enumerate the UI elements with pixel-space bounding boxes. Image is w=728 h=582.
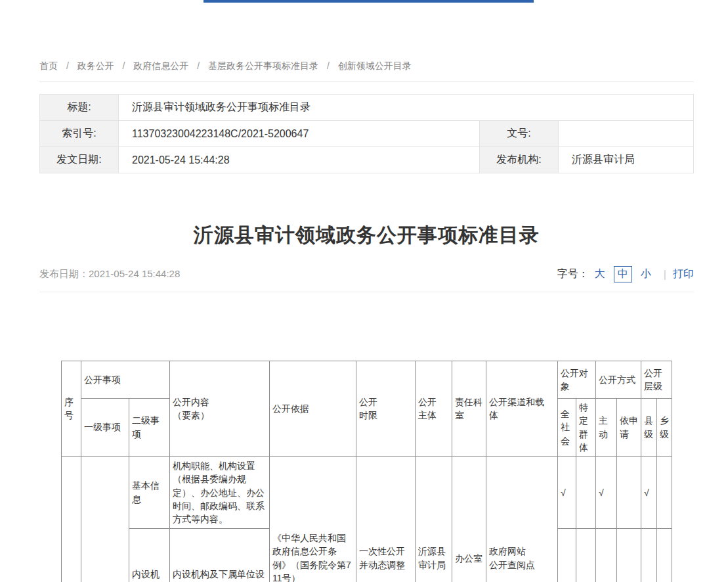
- cell-check-township: [657, 457, 672, 529]
- header-all-society: 全社会: [558, 399, 576, 457]
- header-serial-number: 序 号: [62, 361, 81, 457]
- breadcrumb-separator: /: [123, 60, 125, 71]
- publish-date-value: 2021-05-24 15:44:28: [89, 268, 180, 279]
- meta-agency-value: 沂源县审计局: [559, 147, 694, 173]
- breadcrumb-item-home[interactable]: 首页: [39, 60, 58, 71]
- cell-responsible-office: 办公室: [452, 457, 486, 582]
- header-open-content: 公开内容 （要素）: [170, 361, 270, 457]
- header-open-level: 公开 层级: [641, 361, 672, 399]
- article-controls: 字号： 大 中 小 | 打印: [557, 266, 694, 282]
- font-size-small-button[interactable]: 小: [637, 267, 654, 282]
- font-size-large-button[interactable]: 大: [591, 267, 609, 282]
- breadcrumb-separator: /: [197, 60, 200, 71]
- publish-date-label: 发布日期：: [39, 268, 89, 279]
- document-meta-table: 标题: 沂源县审计领域政务公开事项标准目录 索引号: 1137032300422…: [39, 94, 694, 173]
- breadcrumb-separator: /: [66, 60, 69, 71]
- header-township-level: 乡级: [657, 399, 672, 457]
- cell-level1-item: [81, 457, 129, 582]
- meta-index-value: 11370323004223148C/2021-5200647: [119, 121, 480, 147]
- cell-check-on-request: [617, 529, 641, 582]
- font-size-medium-button[interactable]: 中: [614, 266, 632, 282]
- header-open-deadline: 公开 时限: [356, 361, 416, 457]
- cell-open-basis: 《中华人民共和国政府信息公开条例》（国务院令第711号）: [270, 457, 356, 582]
- breadcrumb: 首页 / 政务公开 / 政府信息公开 / 基层政务公开事项标准目录 / 创新领域…: [39, 60, 694, 82]
- cell-check-township: [657, 529, 672, 582]
- article-info-row: 发布日期：2021-05-24 15:44:28 字号： 大 中 小 | 打印: [39, 266, 694, 292]
- cell-check-specific-group: [576, 529, 596, 582]
- meta-docnum-value: [559, 121, 694, 147]
- cell-check-all-society: √: [558, 529, 576, 582]
- top-nav-bar-fragment: [203, 0, 534, 3]
- cell-open-deadline: 一次性公开并动态调整: [356, 457, 416, 582]
- cell-open-subject: 沂源县审计局: [416, 457, 452, 582]
- page-title: 沂源县审计领域政务公开事项标准目录: [39, 222, 694, 249]
- breadcrumb-item-gov-info-disclosure[interactable]: 政府信息公开: [133, 60, 188, 71]
- cell-serial-number: [62, 457, 81, 582]
- cell-check-proactive: √: [596, 529, 617, 582]
- cell-check-county: √: [641, 457, 657, 529]
- breadcrumb-item-standard-directory[interactable]: 基层政务公开事项标准目录: [208, 60, 318, 71]
- header-proactive: 主动: [596, 399, 617, 457]
- cell-level2-item: 基本信息: [129, 457, 170, 529]
- header-open-basis: 公开依据: [270, 361, 356, 457]
- cell-check-proactive: √: [596, 457, 617, 529]
- publish-date: 发布日期：2021-05-24 15:44:28: [39, 268, 180, 280]
- header-level1-item: 一级事项: [81, 399, 129, 457]
- cell-check-specific-group: [576, 457, 596, 529]
- page-container: 首页 / 政务公开 / 政府信息公开 / 基层政务公开事项标准目录 / 创新领域…: [39, 0, 694, 582]
- controls-divider: |: [664, 269, 666, 280]
- meta-date-label: 发文日期:: [40, 147, 119, 173]
- cell-check-all-society: √: [558, 457, 576, 529]
- header-county-level: 县级: [641, 399, 657, 457]
- standard-directory-table: 序 号 公开事项 公开内容 （要素） 公开依据 公开 时限 公开 主体 责任科 …: [61, 361, 672, 582]
- meta-index-label: 索引号:: [40, 121, 119, 147]
- header-open-subject: 公开 主体: [416, 361, 452, 457]
- header-open-method: 公开方式: [596, 361, 641, 399]
- font-size-label: 字号：: [557, 267, 589, 281]
- breadcrumb-separator: /: [327, 60, 330, 71]
- header-level2-item: 二级事 项: [129, 399, 170, 457]
- breadcrumb-item-open-government[interactable]: 政务公开: [77, 60, 114, 71]
- cell-open-content: 机构职能、机构设置（根据县委编办规定）、办公地址、办公时间、邮政编码、联系方式等…: [170, 457, 270, 529]
- header-open-item: 公开事项: [81, 361, 170, 399]
- header-channel-carrier: 公开渠道和载 体: [486, 361, 558, 457]
- meta-title-label: 标题:: [40, 95, 119, 121]
- header-on-request: 依申请: [617, 399, 641, 457]
- cell-level2-item: 内设机构及下属事业单位: [129, 529, 170, 582]
- cell-channel-carrier: 政府网站 公开查阅点: [486, 457, 558, 582]
- header-open-target: 公开对 象: [558, 361, 596, 399]
- cell-open-content: 内设机构及下属单位设置、职能、办公地址、办公时间、联系方式、负责人姓名: [170, 529, 270, 582]
- breadcrumb-item-innovation-directory[interactable]: 创新领域公开目录: [338, 60, 412, 71]
- meta-title-value: 沂源县审计领域政务公开事项标准目录: [119, 95, 694, 121]
- directory-table-wrapper: 序 号 公开事项 公开内容 （要素） 公开依据 公开 时限 公开 主体 责任科 …: [61, 361, 694, 582]
- meta-docnum-label: 文号:: [480, 121, 559, 147]
- header-specific-group: 特定群体: [576, 399, 596, 457]
- header-responsible-office: 责任科 室: [452, 361, 486, 457]
- meta-agency-label: 发布机构:: [480, 147, 559, 173]
- cell-check-on-request: [617, 457, 641, 529]
- cell-check-county: √: [641, 529, 657, 582]
- print-button[interactable]: 打印: [673, 267, 694, 281]
- meta-date-value: 2021-05-24 15:44:28: [119, 147, 480, 173]
